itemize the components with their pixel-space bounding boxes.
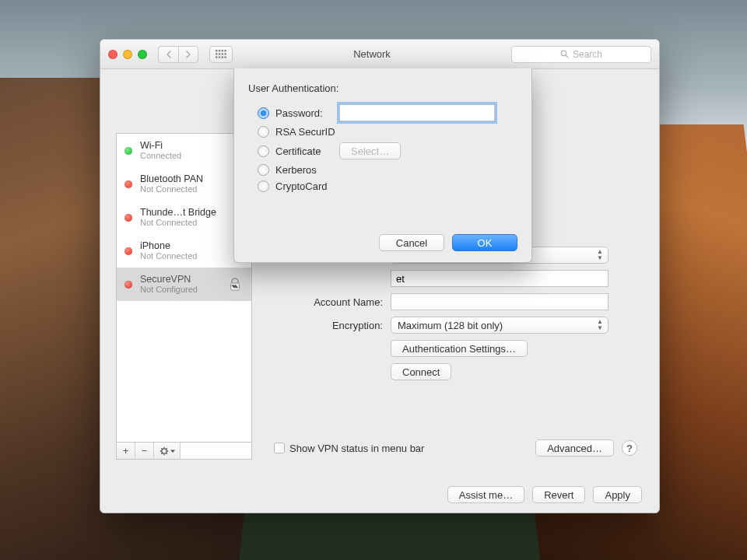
- rsa-securid-radio[interactable]: [258, 126, 269, 138]
- window-footer: Assist me… Revert Apply: [100, 477, 659, 513]
- sidebar-item-wifi[interactable]: Wi-Fi Connected: [117, 134, 251, 167]
- sidebar-footer: + −: [117, 442, 251, 459]
- zoom-button[interactable]: [138, 50, 147, 59]
- forward-button[interactable]: [178, 46, 198, 63]
- interface-status: Not Connected: [140, 251, 244, 261]
- svg-line-26: [166, 448, 167, 449]
- status-dot-icon: [124, 247, 132, 255]
- svg-rect-0: [216, 50, 217, 51]
- nav-buttons: [158, 46, 198, 63]
- help-button[interactable]: ?: [622, 440, 637, 456]
- certificate-select-button[interactable]: Select…: [339, 142, 401, 159]
- encryption-value: Maximum (128 bit only): [398, 320, 503, 331]
- gear-icon: [160, 446, 175, 456]
- minimize-button[interactable]: [123, 50, 132, 59]
- show-all-button[interactable]: [209, 46, 233, 63]
- svg-rect-1: [219, 50, 220, 51]
- action-menu-button[interactable]: [154, 443, 181, 459]
- apply-button[interactable]: Apply: [593, 486, 642, 503]
- svg-point-18: [161, 448, 166, 453]
- certificate-label: Certificate: [275, 145, 333, 157]
- titlebar: Network Search: [100, 40, 659, 69]
- vpn-lock-icon: [226, 276, 244, 293]
- interface-name: Wi-Fi: [140, 140, 244, 151]
- window-title: Network: [239, 48, 505, 60]
- show-vpn-status-checkbox[interactable]: [274, 443, 285, 453]
- account-name-label: Account Name:: [258, 296, 391, 308]
- status-dot-icon: [124, 147, 132, 155]
- search-field[interactable]: Search: [511, 46, 651, 63]
- svg-rect-7: [224, 53, 226, 54]
- account-name-input[interactable]: [391, 293, 608, 310]
- svg-rect-8: [216, 56, 217, 58]
- kerberos-label: Kerberos: [275, 164, 317, 176]
- svg-rect-2: [222, 50, 223, 51]
- sidebar-item-iphone[interactable]: iPhone Not Connected: [117, 234, 251, 268]
- revert-button[interactable]: Revert: [532, 486, 585, 503]
- interface-list: Wi-Fi Connected Bluetooth PAN Not Connec…: [117, 134, 251, 442]
- svg-rect-5: [219, 53, 220, 54]
- cryptocard-label: CryptoCard: [275, 180, 327, 192]
- status-dot-icon: [124, 180, 132, 188]
- interface-status: Connected: [140, 151, 244, 161]
- authentication-settings-button[interactable]: Authentication Settings…: [391, 340, 528, 357]
- sidebar-item-bluetooth-pan[interactable]: Bluetooth PAN Not Connected: [117, 167, 251, 201]
- password-radio-label: Password:: [275, 107, 333, 119]
- svg-line-23: [161, 448, 162, 449]
- certificate-radio[interactable]: [258, 145, 269, 157]
- status-dot-icon: [124, 214, 132, 222]
- sidebar-item-securevpn[interactable]: SecureVPN Not Configured: [117, 268, 251, 301]
- kerberos-radio[interactable]: [258, 164, 269, 176]
- svg-rect-9: [219, 56, 220, 58]
- svg-line-25: [161, 453, 162, 453]
- interface-name: iPhone: [140, 240, 244, 251]
- svg-rect-11: [224, 56, 226, 58]
- server-address-input[interactable]: [391, 270, 608, 287]
- back-button[interactable]: [158, 46, 178, 63]
- interface-name: Thunde…t Bridge: [140, 207, 244, 218]
- sheet-title: User Authentication:: [248, 82, 517, 94]
- svg-line-24: [166, 453, 167, 453]
- interface-name: Bluetooth PAN: [140, 173, 244, 184]
- svg-rect-3: [224, 50, 226, 51]
- add-interface-button[interactable]: +: [117, 443, 135, 459]
- interface-sidebar: Wi-Fi Connected Bluetooth PAN Not Connec…: [116, 133, 252, 460]
- search-icon: [560, 50, 569, 58]
- svg-rect-6: [222, 53, 223, 54]
- svg-rect-10: [222, 56, 223, 58]
- cancel-button[interactable]: Cancel: [379, 234, 444, 251]
- advanced-button[interactable]: Advanced…: [535, 439, 614, 457]
- window-controls: [108, 50, 147, 59]
- status-dot-icon: [124, 281, 132, 289]
- rsa-securid-label: RSA SecurID: [275, 126, 335, 138]
- ok-button[interactable]: OK: [452, 234, 517, 251]
- encryption-select[interactable]: Maximum (128 bit only) ▲▼: [391, 317, 608, 334]
- password-radio[interactable]: [258, 107, 269, 119]
- interface-status: Not Connected: [140, 218, 244, 228]
- svg-line-13: [566, 55, 568, 58]
- cryptocard-radio[interactable]: [258, 180, 269, 192]
- remove-interface-button[interactable]: −: [135, 443, 154, 459]
- assist-me-button[interactable]: Assist me…: [447, 486, 524, 503]
- interface-name: SecureVPN: [140, 274, 219, 285]
- interface-status: Not Connected: [140, 184, 244, 194]
- interface-status: Not Configured: [140, 285, 219, 295]
- encryption-label: Encryption:: [258, 320, 391, 331]
- close-button[interactable]: [108, 50, 117, 59]
- show-vpn-status-label: Show VPN status in menu bar: [289, 443, 424, 454]
- connect-button[interactable]: Connect: [391, 363, 451, 380]
- search-placeholder: Search: [573, 49, 602, 60]
- password-input[interactable]: [339, 104, 495, 121]
- sidebar-item-thunderbolt-bridge[interactable]: Thunde…t Bridge Not Connected: [117, 201, 251, 234]
- svg-rect-4: [216, 53, 217, 54]
- authentication-settings-sheet: User Authentication: Password: RSA Secur…: [233, 68, 532, 263]
